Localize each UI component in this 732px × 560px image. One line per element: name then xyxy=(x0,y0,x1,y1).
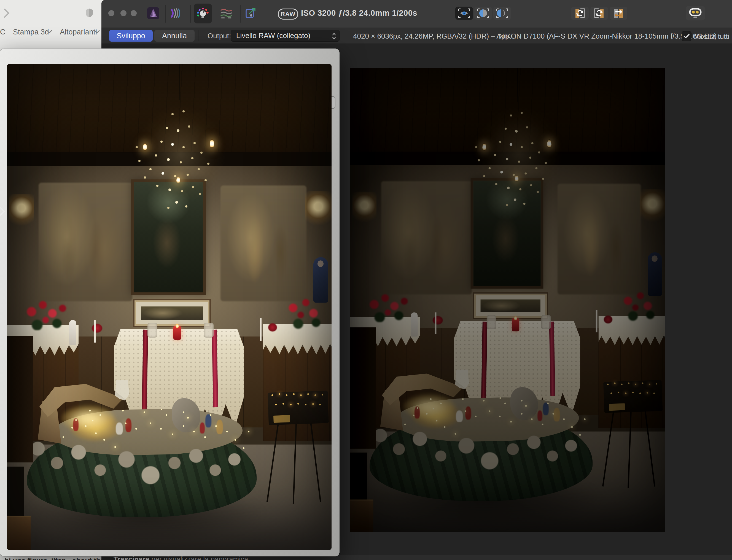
nativity-figurine xyxy=(543,403,549,415)
red-flower-small-right xyxy=(268,323,277,332)
votive-flames xyxy=(350,68,351,68)
split-view-button[interactable] xyxy=(474,7,492,20)
output-label: Output: xyxy=(208,32,231,40)
window-zoom-dot[interactable] xyxy=(131,10,137,16)
church-photo-scene xyxy=(350,68,665,532)
develop-options-bar: Sviluppo Annulla Output: Livello RAW (co… xyxy=(101,28,732,44)
wooden-pew-left xyxy=(7,336,33,462)
copy-settings-before-button[interactable] xyxy=(571,7,589,20)
poinsettia-left xyxy=(360,290,415,322)
toolbar-separator xyxy=(190,5,191,23)
chandelier-flame xyxy=(547,139,551,148)
menu-stampa-3d[interactable]: Stampa 3d xyxy=(13,28,49,36)
dropdown-chevrons-icon xyxy=(332,32,337,40)
checkmark-icon xyxy=(683,34,690,39)
sync-left-icon xyxy=(574,8,585,19)
glass-jar-left xyxy=(147,323,157,338)
chandelier-glow xyxy=(128,97,233,224)
develop-button[interactable]: Sviluppo xyxy=(109,30,153,42)
assistant-button[interactable] xyxy=(686,6,705,20)
split-circle-icon xyxy=(477,8,489,18)
chandelier-chain xyxy=(517,68,518,102)
chandelier-flame xyxy=(210,139,214,148)
glass-jar-right xyxy=(204,323,214,338)
chevron-right-icon[interactable] xyxy=(0,206,6,217)
nav-forward-icon[interactable] xyxy=(4,9,10,18)
export-persona-icon[interactable] xyxy=(244,7,257,20)
nativity-figurine xyxy=(456,410,463,422)
taper-candle-right xyxy=(260,318,262,341)
chevron-down-icon xyxy=(94,30,100,33)
votive-candle-stand xyxy=(603,380,663,413)
nativity-figurine xyxy=(116,422,123,435)
clipped-bottom-text: about the xyxy=(72,556,104,560)
liquify-persona-icon[interactable] xyxy=(169,7,182,20)
red-votive-candle xyxy=(512,318,519,331)
nativity-figurine xyxy=(125,418,131,432)
clipped-toolbar-text: C xyxy=(0,28,6,36)
raw-canvas-photo[interactable] xyxy=(350,68,665,532)
sync-right-icon xyxy=(594,8,605,19)
wooden-stool xyxy=(7,516,31,550)
taper-candle-left xyxy=(435,312,437,334)
show-all-layers-checkbox[interactable] xyxy=(682,31,691,41)
rock-border xyxy=(366,418,599,487)
cancel-button[interactable]: Annulla xyxy=(154,30,195,42)
screen: C Stampa 3d Altoparlanti hi una figura i… xyxy=(0,0,732,560)
tent-inner-glow xyxy=(61,405,115,432)
output-dropdown[interactable]: Livello RAW (collegato) xyxy=(231,30,340,42)
quicklook-window: _DSC1825.NEF Apri con Affinity Photo 2 xyxy=(0,49,340,556)
white-statuette xyxy=(411,312,418,336)
wall-sconce-left xyxy=(9,194,34,230)
chandelier-chain xyxy=(179,64,180,100)
chandelier-flame xyxy=(176,177,180,183)
tone-mapping-persona-icon[interactable] xyxy=(220,7,233,20)
red-votive-candle xyxy=(173,326,181,340)
chandelier-glow xyxy=(468,99,570,221)
show-all-layers-label[interactable]: Mostra tutti i livelli xyxy=(694,32,732,41)
glass-jar-right xyxy=(541,315,551,329)
nativity-figurine xyxy=(205,414,211,427)
rock-border xyxy=(23,431,263,502)
nativity-figurine xyxy=(537,410,542,421)
fresco-right xyxy=(558,184,641,295)
church-photo-scene xyxy=(7,64,332,550)
fresco-left xyxy=(39,183,132,301)
poinsettia-left xyxy=(17,297,74,330)
swap-arrows-icon xyxy=(613,8,624,19)
image-info: 4020 × 6036px, 24.26MP, RGBA/32 (HDR) – … xyxy=(353,32,516,41)
develop-persona-selected-bg[interactable] xyxy=(194,4,212,23)
window-minimize-dot[interactable] xyxy=(120,10,127,16)
raw-badge: RAW xyxy=(278,9,298,20)
toolbar-separator xyxy=(165,5,166,23)
fresco-right xyxy=(220,185,306,301)
photo-persona-icon[interactable] xyxy=(147,7,160,20)
dark-bench-left xyxy=(7,467,24,519)
chandelier-flame xyxy=(515,175,519,182)
nativity-figurine xyxy=(73,418,79,431)
wall-sconce-right xyxy=(305,191,332,230)
robot-assistant-icon xyxy=(689,8,702,18)
votive-flames xyxy=(7,64,7,65)
dark-bench-left xyxy=(350,453,367,503)
nativity-figurine xyxy=(465,406,471,420)
single-view-button[interactable] xyxy=(455,7,473,20)
taper-candle-right xyxy=(596,310,598,332)
menu-altoparlanti[interactable]: Altoparlanti xyxy=(60,28,97,36)
clipped-bottom-text: ilten xyxy=(51,556,66,560)
nativity-figurine xyxy=(553,408,560,422)
wall-sconce-right xyxy=(640,189,665,226)
window-close-dot[interactable] xyxy=(108,10,114,16)
mirror-view-button[interactable] xyxy=(493,7,511,20)
glass-jar-left xyxy=(487,315,496,329)
votive-candle-stand xyxy=(268,391,329,425)
red-flower-small-left xyxy=(433,316,443,325)
eye-icon xyxy=(458,8,470,18)
framed-picture xyxy=(133,299,211,327)
chandelier-flame xyxy=(482,143,486,151)
develop-persona-icon xyxy=(197,7,209,20)
swap-before-after-button[interactable] xyxy=(610,7,627,20)
chandelier-flame xyxy=(143,143,147,151)
red-flower-small-left xyxy=(92,324,102,333)
copy-settings-after-button[interactable] xyxy=(590,7,608,20)
